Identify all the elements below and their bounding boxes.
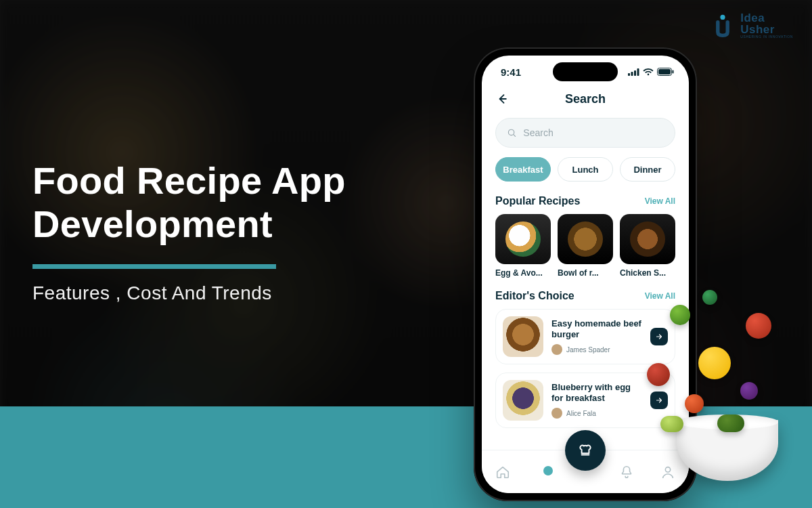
dynamic-island (553, 62, 618, 81)
editors-item[interactable]: Easy homemade beef burger James Spader (495, 309, 675, 364)
home-icon[interactable] (495, 465, 510, 480)
recipe-card[interactable]: Egg & Avo... (495, 214, 551, 278)
arrow-right-icon (655, 396, 663, 404)
category-pill-label: Lunch (572, 165, 599, 175)
author-name: James Spader (566, 346, 610, 354)
category-pill-dinner[interactable]: Dinner (620, 157, 675, 182)
brand-logo-mark (710, 14, 735, 38)
arrow-right-icon (655, 333, 663, 341)
recipe-thumb (620, 214, 675, 264)
hero-headline: Food Recipe App Development (32, 159, 346, 247)
category-pill-breakfast[interactable]: Breakfast (495, 157, 551, 182)
editors-item-title: Blueberry with egg for breakfast (551, 382, 642, 404)
author-name: Alice Fala (566, 410, 596, 417)
phone-mockup-frame: 9:41 (474, 47, 697, 501)
back-arrow-icon[interactable] (495, 92, 509, 106)
editors-item-go-button[interactable] (650, 391, 668, 409)
hero-subheadline: Features , Cost And Trends (32, 282, 346, 304)
svg-rect-7 (673, 70, 674, 74)
editors-item-thumb (503, 380, 543, 421)
category-pill-label: Breakfast (503, 165, 543, 175)
svg-rect-1 (628, 73, 630, 76)
editors-item[interactable]: Blueberry with egg for breakfast Alice F… (495, 373, 675, 428)
recipe-card[interactable]: Bowl of r... (558, 214, 613, 278)
editors-view-all-link[interactable]: View All (645, 291, 675, 301)
hero-divider (32, 264, 276, 269)
center-fab[interactable] (565, 430, 606, 471)
recipe-name: Bowl of r... (558, 268, 613, 278)
tab-active-dot (543, 466, 553, 475)
battery-icon (657, 68, 674, 76)
svg-rect-2 (631, 72, 633, 76)
recipe-thumb (495, 214, 551, 264)
brand-name-line2: Usher (740, 24, 793, 35)
recipe-name: Egg & Avo... (495, 268, 551, 278)
svg-rect-3 (634, 70, 636, 76)
recipe-thumb (558, 214, 613, 264)
screen-title: Search (482, 92, 689, 106)
editors-item-title: Easy homemade beef burger (551, 318, 642, 341)
brand-tagline: USHERING IN INNOVATION (740, 35, 793, 39)
search-input[interactable] (523, 127, 664, 138)
editors-item-thumb (503, 316, 543, 357)
svg-point-10 (666, 467, 671, 471)
author-avatar (551, 408, 562, 419)
editors-section-title: Editor's Choice (495, 290, 574, 302)
hero-headline-line1: Food Recipe App (32, 159, 346, 202)
signal-icon (628, 68, 639, 76)
svg-line-9 (514, 135, 516, 137)
search-field[interactable] (495, 118, 675, 148)
svg-rect-4 (637, 68, 639, 76)
profile-icon[interactable] (660, 465, 675, 480)
popular-section-title: Popular Recipes (495, 195, 580, 207)
search-icon (507, 127, 516, 138)
wifi-icon (643, 68, 654, 76)
category-pill-lunch[interactable]: Lunch (558, 157, 613, 182)
svg-point-0 (721, 14, 725, 19)
popular-view-all-link[interactable]: View All (645, 196, 675, 206)
recipe-card[interactable]: Chicken S... (620, 214, 675, 278)
editors-item-go-button[interactable] (650, 328, 668, 345)
recipe-name: Chicken S... (620, 268, 675, 278)
brand-logo: Idea Usher USHERING IN INNOVATION (710, 12, 793, 39)
brand-name-line1: Idea (740, 12, 793, 24)
hero-headline-line2: Development (32, 203, 273, 245)
category-pill-label: Dinner (633, 165, 661, 175)
bottom-tabbar (482, 450, 689, 493)
chef-icon (577, 442, 594, 459)
bell-icon[interactable] (619, 465, 634, 480)
status-time: 9:41 (501, 66, 521, 78)
svg-rect-6 (658, 69, 671, 75)
phone-screen: 9:41 (482, 56, 689, 493)
author-avatar (551, 344, 562, 355)
